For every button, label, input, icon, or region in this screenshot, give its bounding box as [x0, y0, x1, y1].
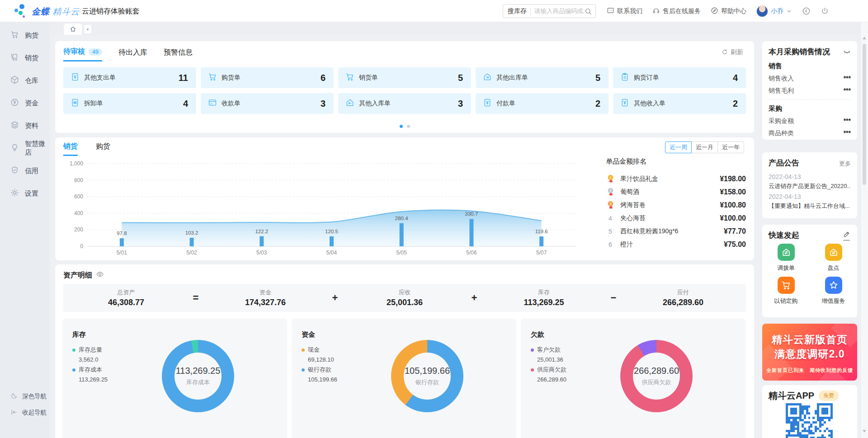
app-title: 精斗云APP [769, 390, 814, 402]
quick-action-增值服务[interactable]: 增值服务 [822, 277, 845, 305]
equation-label: 资金 [203, 288, 328, 297]
sidebar-item-仓库[interactable]: 仓库 [0, 69, 50, 92]
ranking-row[interactable]: 2葡萄酒¥158.00 [606, 185, 746, 198]
monthly-row-label: 商品种类 [769, 129, 794, 137]
back-circle-icon[interactable] [802, 7, 811, 15]
top-header: 金蝶 精斗云 云进销存体验账套 搜库存 联系我们售后在线服务帮助中心 小乔 [0, 0, 868, 22]
scrollbar-thumb[interactable] [863, 44, 866, 185]
filter-近一年[interactable]: 近一年 [717, 141, 744, 153]
ranking-row[interactable]: 3烤海苔卷¥100.80 [606, 198, 746, 212]
sidebar-item-购货[interactable]: 购货 [0, 24, 50, 47]
refresh-button[interactable]: 刷新 [722, 48, 743, 57]
stat-card-其他支出单[interactable]: 其他支出单11 [63, 67, 196, 88]
home-tab[interactable] [64, 24, 82, 35]
announcement-link[interactable]: 【重要通知】精斗云工作台域... [769, 202, 851, 210]
ranking-item-name: 烤海苔卷 [620, 201, 646, 209]
logout-power-icon[interactable] [821, 7, 829, 15]
vertical-scrollbar[interactable] [860, 22, 868, 438]
stat-card-销货单[interactable]: 销货单5 [338, 67, 471, 88]
equation-value: 174,327.76 [203, 298, 328, 307]
edit-pencil-icon[interactable] [843, 231, 850, 240]
stat-card-label: 销货单 [359, 74, 378, 82]
search-box[interactable]: 搜库存 [503, 4, 596, 18]
donut-center-value: 113,269.25 [176, 366, 221, 376]
scroll-up-arrow-icon[interactable] [863, 37, 866, 39]
scroll-down-arrow-icon[interactable] [863, 430, 866, 433]
search-icon[interactable] [585, 8, 592, 15]
search-divider [530, 8, 531, 15]
app-card: 精斗云APP 免费 [762, 385, 857, 438]
trend-tab-购货[interactable]: 购货 [96, 142, 110, 156]
eye-icon[interactable] [96, 270, 104, 280]
search-input[interactable] [534, 8, 585, 14]
cart-icon [208, 72, 217, 83]
eye-closed-icon[interactable] [843, 48, 851, 57]
sidebar-footer-深色导航[interactable]: 深色导航 [0, 388, 50, 405]
trend-card: 销货购货 近一周近一月近一年 02004006008001,00097.8103… [55, 137, 754, 260]
header-link-帮助中心[interactable]: 帮助中心 [711, 7, 746, 16]
svg-text:119.6: 119.6 [535, 229, 548, 234]
ranking-row[interactable]: 6橙汁¥75.00 [606, 238, 746, 251]
quick-action-调拨单[interactable]: 调拨单 [777, 244, 795, 272]
assets-equation: 总资产46,308.77=资金174,327.76+应收25,001.36+库存… [63, 284, 746, 312]
sidebar-item-设置[interactable]: 设置 [0, 182, 50, 205]
stat-card-购货订单[interactable]: 购货订单4 [613, 67, 746, 88]
todo-tab-待出入库[interactable]: 待出入库 [118, 48, 147, 61]
sidebar-footer-收起导航[interactable]: 收起导航 [0, 405, 50, 421]
announcement-link[interactable]: 云进销存产品更新公告_20220... [769, 182, 851, 190]
stat-card-其他入库单[interactable]: 其他入库单3 [338, 93, 471, 114]
user-menu[interactable]: 小乔 [756, 5, 792, 17]
banner-subtext: 全新首页已到来 期待收到您的反馈 [762, 367, 857, 374]
clipboard-icon [620, 72, 629, 83]
quick-action-label: 增值服务 [822, 297, 845, 305]
sidebar-item-资料[interactable]: 资料 [0, 114, 50, 137]
filter-近一月[interactable]: 近一月 [691, 141, 718, 153]
ranking-row[interactable]: 1果汁饮品礼盒¥198.00 [606, 172, 746, 185]
brand-light: 精斗云 [52, 7, 80, 16]
search-category[interactable]: 搜库存 [508, 7, 527, 15]
svg-text:200: 200 [74, 226, 83, 233]
announcement-date: 2022-04-13 [769, 193, 851, 200]
quick-action-以销定购[interactable]: 以销定购 [774, 277, 798, 305]
svg-text:5/04: 5/04 [326, 250, 337, 256]
refresh-icon [722, 49, 728, 57]
trend-tab-销货[interactable]: 销货 [63, 142, 78, 156]
todo-tab-预警信息[interactable]: 预警信息 [164, 48, 193, 61]
monthly-title: 本月采购销售情况 [769, 47, 830, 57]
header-link-售后在线服务[interactable]: 售后在线服务 [652, 7, 701, 16]
todo-tab-label: 待审核 [63, 47, 85, 57]
pager-dot-1[interactable] [400, 125, 403, 128]
svg-text:400: 400 [74, 210, 83, 217]
stat-card-收款单[interactable]: 收款单3 [201, 93, 334, 114]
sidebar-item-信用[interactable]: 信用 [0, 160, 50, 182]
ranking-item-amount: ¥75.00 [724, 240, 746, 249]
cube-icon [10, 75, 19, 85]
ranking-row[interactable]: 5西红柿意粉酱190g*6¥77.70 [606, 225, 746, 238]
user-name[interactable]: 小乔 [771, 7, 783, 15]
stat-card-付款单[interactable]: 付款单2 [476, 93, 609, 114]
quick-action-盘点[interactable]: 盘点 [825, 244, 842, 272]
pager-dot-2[interactable] [407, 125, 410, 128]
chevron-down-icon[interactable] [786, 8, 792, 14]
stat-card-其他出库单[interactable]: 其他出库单5 [476, 67, 609, 88]
survey-banner[interactable]: 精斗云新版首页 满意度调研2.0 全新首页已到来 期待收到您的反馈 [762, 324, 857, 381]
announcement-date: 2022-04-13 [769, 173, 851, 180]
equation-label: 总资产 [63, 288, 189, 297]
sidebar-item-智慧微店[interactable]: 智慧微店 [0, 137, 50, 160]
header-link-联系我们[interactable]: 联系我们 [607, 7, 642, 16]
sidebar-item-资金[interactable]: 资金 [0, 92, 50, 114]
more-link[interactable]: 更多 [839, 160, 851, 168]
filter-近一周[interactable]: 近一周 [665, 141, 692, 153]
stat-card-label: 拆卸单 [84, 99, 103, 108]
medal-rank-2-icon: 2 [606, 188, 615, 197]
tab-dropdown-button[interactable]: ▾ [84, 25, 91, 33]
stat-card-其他收入单[interactable]: 其他收入单2 [613, 93, 746, 114]
sidebar-item-销货[interactable]: 销货 [0, 47, 50, 69]
ranking-row[interactable]: 4夹心海苔¥100.00 [606, 212, 746, 225]
todo-tab-待审核[interactable]: 待审核49 [63, 47, 102, 61]
stat-card-购货单[interactable]: 购货单6 [201, 67, 334, 88]
avatar[interactable] [756, 5, 768, 17]
stat-card-拆卸单[interactable]: 拆卸单4 [63, 93, 196, 114]
equation-item-资金: 资金174,327.76 [203, 288, 328, 307]
legend-item-客户欠款: 客户欠款 [531, 346, 561, 354]
